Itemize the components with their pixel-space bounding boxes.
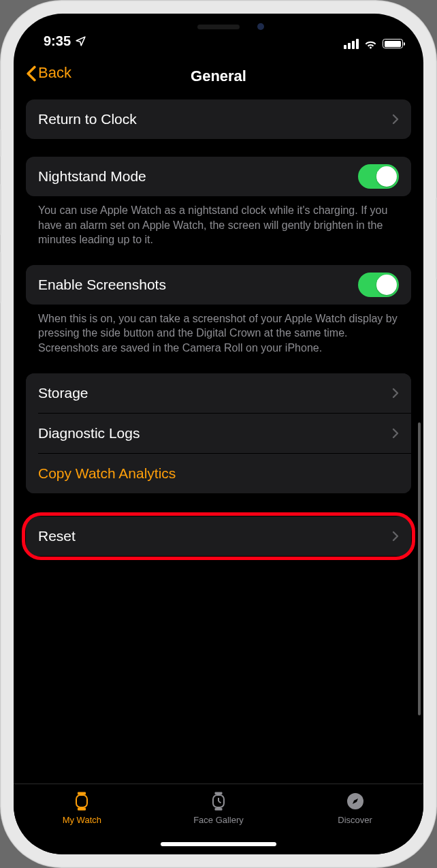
svg-line-7 — [218, 801, 221, 803]
enable-screenshots-row[interactable]: Enable Screenshots — [26, 265, 411, 305]
wifi-icon — [363, 38, 378, 49]
tab-discover[interactable]: Discover — [314, 791, 396, 825]
return-to-clock-row[interactable]: Return to Clock — [26, 99, 411, 139]
back-button[interactable]: Back — [26, 64, 71, 82]
chevron-right-icon — [392, 531, 399, 542]
settings-list[interactable]: Return to Clock Nightstand Mode You can … — [14, 95, 423, 784]
nav-bar: Back General — [14, 57, 423, 95]
svg-rect-0 — [78, 792, 86, 795]
page-title: General — [191, 67, 246, 85]
svg-rect-1 — [78, 808, 86, 811]
tab-label: Face Gallery — [193, 815, 244, 825]
chevron-right-icon — [392, 388, 399, 399]
chevron-right-icon — [392, 428, 399, 439]
back-label: Back — [38, 64, 71, 82]
compass-icon — [346, 792, 365, 811]
watch-face-icon — [210, 791, 227, 811]
screenshots-toggle[interactable] — [358, 273, 399, 297]
status-time: 9:35 — [44, 33, 71, 49]
svg-rect-3 — [214, 792, 222, 795]
device-frame: 9:35 Back — [0, 0, 437, 868]
chevron-right-icon — [392, 114, 399, 125]
tab-label: Discover — [338, 815, 372, 825]
tab-face-gallery[interactable]: Face Gallery — [178, 791, 259, 825]
row-label: Nightstand Mode — [38, 168, 146, 185]
tab-label: My Watch — [63, 815, 101, 825]
diagnostic-logs-row[interactable]: Diagnostic Logs — [26, 414, 411, 453]
chevron-left-icon — [26, 65, 37, 82]
row-label: Diagnostic Logs — [38, 425, 140, 441]
battery-icon — [383, 39, 403, 48]
cellular-icon — [344, 39, 359, 49]
nightstand-mode-row[interactable]: Nightstand Mode — [26, 157, 411, 196]
location-icon — [75, 35, 86, 47]
home-indicator[interactable] — [161, 842, 276, 846]
notch — [127, 14, 310, 40]
row-label: Storage — [38, 385, 88, 401]
nightstand-toggle[interactable] — [358, 164, 399, 189]
storage-row[interactable]: Storage — [26, 373, 411, 413]
nightstand-description: You can use Apple Watch as a nightstand … — [26, 196, 411, 247]
svg-rect-2 — [76, 795, 87, 807]
svg-rect-4 — [214, 808, 222, 811]
row-label: Return to Clock — [38, 111, 137, 127]
scroll-indicator — [418, 422, 421, 715]
row-label: Copy Watch Analytics — [38, 465, 176, 482]
copy-watch-analytics-row[interactable]: Copy Watch Analytics — [26, 454, 411, 493]
screenshots-description: When this is on, you can take a screensh… — [26, 305, 411, 356]
watch-icon — [72, 791, 91, 811]
row-label: Enable Screenshots — [38, 277, 166, 293]
tab-my-watch[interactable]: My Watch — [41, 791, 123, 825]
screen: 9:35 Back — [14, 14, 423, 854]
reset-row[interactable]: Reset — [26, 516, 411, 556]
row-label: Reset — [38, 528, 76, 544]
